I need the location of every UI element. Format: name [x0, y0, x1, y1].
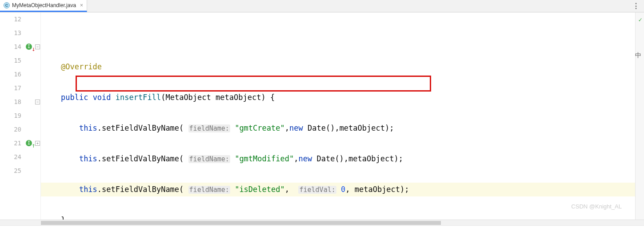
line-number[interactable]: 20	[0, 123, 21, 136]
keyword: public	[61, 93, 88, 102]
line-number-gutter[interactable]: 12 13 14 15 16 17 18 19 20 21 24 25	[0, 12, 26, 220]
fold-gutter[interactable]: − − +	[35, 12, 41, 220]
code-line[interactable]	[41, 29, 635, 43]
code-line[interactable]: public void insertFill(MetaObject metaOb…	[41, 91, 635, 104]
identifier: metaObject	[348, 154, 394, 163]
line-number[interactable]: 21	[0, 136, 21, 150]
method-name: insertFill	[116, 93, 161, 102]
editor-window: C MyMetaObjectHandler.java × ⋮ 12 13 14 …	[0, 0, 644, 228]
code-text-area[interactable]: @Override public void insertFill(MetaObj…	[41, 12, 635, 220]
watermark-text: CSDN @Knight_AL	[571, 203, 622, 210]
param-hint: fieldName:	[188, 155, 230, 163]
fold-collapse-icon[interactable]: −	[35, 100, 40, 104]
line-number[interactable]: 19	[0, 109, 21, 123]
string-literal: "isDeleted"	[235, 185, 285, 194]
horizontal-scrollbar[interactable]	[0, 220, 644, 225]
keyword: new	[298, 154, 312, 163]
highlight-box	[76, 76, 431, 92]
param-hint: fieldName:	[188, 186, 230, 194]
override-gutter-icon[interactable]: I	[26, 44, 32, 50]
bottom-border	[0, 225, 644, 228]
annotation: @Override	[61, 62, 102, 71]
line-number[interactable]: 14	[0, 40, 21, 54]
code-line[interactable]: @Override	[41, 60, 635, 74]
keyword: this	[79, 154, 97, 163]
annotation-gutter: I↓ I↑	[26, 12, 35, 220]
line-number[interactable]: 25	[0, 164, 21, 178]
override-gutter-icon[interactable]: I	[26, 140, 32, 146]
param-type: MetaObject	[165, 93, 211, 102]
number-literal: 0	[341, 185, 345, 194]
class-ref: Date	[308, 124, 326, 132]
line-number[interactable]: 18	[0, 95, 21, 109]
param-name: metaObject	[216, 93, 261, 102]
class-ref: Date	[316, 154, 335, 163]
code-line[interactable]: }	[41, 213, 635, 220]
scrollbar-thumb[interactable]	[41, 221, 441, 225]
param-hint: fieldName:	[188, 124, 230, 132]
param-hint: fieldVal:	[298, 186, 336, 194]
keyword: void	[93, 93, 111, 102]
editor-body: 12 13 14 15 16 17 18 19 20 21 24 25 I↓ I…	[0, 12, 644, 220]
fold-collapse-icon[interactable]: −	[35, 44, 40, 49]
string-literal: "gmtModified"	[235, 154, 294, 163]
line-number[interactable]: 13	[0, 26, 21, 40]
java-class-icon: C	[4, 2, 10, 8]
code-line[interactable]: this.setFieldValByName( fieldName: "gmtM…	[41, 152, 635, 166]
keyword: this	[79, 185, 97, 194]
method-call: setFieldValByName	[102, 124, 179, 132]
line-number[interactable]: 17	[0, 81, 21, 95]
ime-indicator[interactable]: 中	[635, 52, 641, 60]
code-line[interactable]: this.setFieldValByName( fieldName: "gmtC…	[41, 121, 635, 135]
tab-bar: C MyMetaObjectHandler.java × ⋮	[0, 0, 644, 12]
identifier: metaObject	[340, 124, 385, 132]
line-number[interactable]: 16	[0, 68, 21, 81]
line-number[interactable]: 12	[0, 12, 21, 26]
keyword: new	[289, 124, 303, 132]
file-tab[interactable]: C MyMetaObjectHandler.java ×	[0, 0, 87, 12]
string-literal: "gmtCreate"	[235, 124, 285, 132]
tab-filename: MyMetaObjectHandler.java	[12, 2, 76, 8]
check-icon[interactable]: ✓	[639, 16, 642, 23]
identifier: metaObject	[355, 185, 400, 194]
close-tab-icon[interactable]: ×	[80, 2, 83, 8]
method-call: setFieldValByName	[102, 154, 179, 163]
line-number[interactable]: 24	[0, 150, 21, 164]
more-actions-icon[interactable]: ⋮	[628, 0, 644, 12]
code-line-highlighted[interactable]: this.setFieldValByName( fieldName: "isDe…	[41, 183, 635, 196]
line-number[interactable]: 15	[0, 54, 21, 68]
method-call: setFieldValByName	[102, 185, 179, 194]
fold-expand-icon[interactable]: +	[35, 141, 40, 146]
inspection-gutter[interactable]: ✓ 中	[635, 12, 644, 220]
keyword: this	[79, 124, 97, 132]
